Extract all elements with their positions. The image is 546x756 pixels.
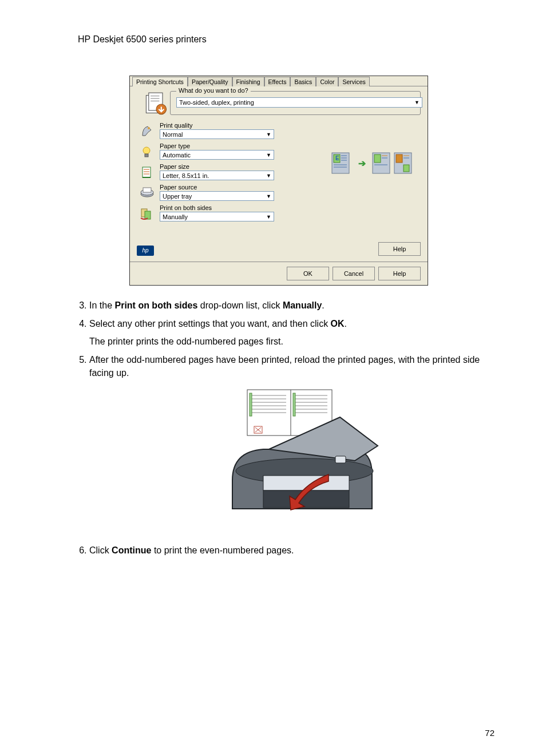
chevron-down-icon: ▼ — [414, 100, 420, 105]
step-4-note: The printer prints the odd-numbered page… — [89, 335, 494, 348]
cancel-button[interactable]: Cancel — [333, 267, 375, 280]
svg-rect-32 — [145, 211, 151, 219]
instruction-list: In the Print on both sides drop-down lis… — [78, 299, 494, 557]
tab-services[interactable]: Services — [338, 77, 369, 86]
svg-rect-53 — [335, 456, 346, 463]
text: . — [322, 300, 324, 310]
text-bold: Continue — [112, 545, 151, 555]
text: to print the even-numbered pages. — [151, 545, 294, 555]
both-sides-label: Print on both sides — [160, 204, 280, 211]
chevron-down-icon: ▼ — [266, 173, 271, 179]
svg-rect-23 — [403, 165, 409, 172]
svg-rect-20 — [396, 155, 402, 163]
svg-rect-48 — [293, 393, 295, 416]
text: After the odd-numbered pages have been p… — [89, 355, 480, 377]
arrow-right-icon: ➔ — [358, 158, 366, 169]
tab-finishing[interactable]: Finishing — [232, 77, 264, 86]
paper-type-label: Paper type — [160, 143, 280, 149]
both-sides-value: Manually — [163, 213, 188, 220]
tab-basics[interactable]: Basics — [290, 77, 316, 86]
paper-source-value: Upper tray — [163, 193, 192, 200]
svg-rect-27 — [143, 167, 151, 177]
task-select[interactable]: Two-sided, duplex, printing ▼ — [176, 97, 422, 108]
tab-effects[interactable]: Effects — [264, 77, 291, 86]
step-3: In the Print on both sides drop-down lis… — [89, 299, 494, 312]
chevron-down-icon: ▼ — [266, 193, 271, 199]
quality-icon — [140, 124, 155, 139]
text-bold: OK — [331, 319, 345, 328]
reload-paper-illustration — [89, 389, 494, 535]
text: Select any other print settings that you… — [89, 319, 331, 328]
print-dialog: Printing Shortcuts Paper/Quality Finishi… — [129, 76, 428, 286]
chevron-down-icon: ▼ — [266, 132, 271, 137]
svg-rect-26 — [145, 154, 148, 157]
paper-size-select[interactable]: Letter, 8.5x11 in.▼ — [160, 171, 274, 180]
page-header: HP Deskjet 6500 series printers — [78, 34, 494, 45]
pages-icon — [143, 92, 169, 117]
svg-text:E: E — [335, 155, 339, 161]
print-quality-value: Normal — [163, 131, 183, 138]
chevron-down-icon: ▼ — [266, 214, 271, 220]
text: Click — [89, 545, 112, 555]
duplex-icon — [140, 207, 155, 221]
hp-logo-icon[interactable]: hp — [137, 246, 154, 256]
paper-source-select[interactable]: Upper tray▼ — [160, 191, 274, 201]
task-select-value: Two-sided, duplex, printing — [179, 99, 254, 106]
ok-button[interactable]: OK — [287, 267, 329, 280]
svg-rect-47 — [250, 393, 252, 416]
step-4: Select any other print settings that you… — [89, 318, 494, 348]
paper-size-value: Letter, 8.5x11 in. — [163, 172, 209, 179]
svg-rect-15 — [374, 155, 381, 163]
tab-paper-quality[interactable]: Paper/Quality — [188, 77, 232, 86]
both-sides-select[interactable]: Manually▼ — [160, 212, 274, 221]
print-quality-label: Print quality — [160, 122, 280, 129]
duplex-preview: E ➔ — [330, 151, 414, 176]
step-6: Click Continue to print the even-numbere… — [89, 544, 494, 557]
paper-type-select[interactable]: Automatic▼ — [160, 150, 274, 160]
tab-printing-shortcuts[interactable]: Printing Shortcuts — [132, 77, 188, 86]
text-bold: Manually — [283, 300, 322, 310]
tray-icon — [140, 186, 155, 201]
lightbulb-icon — [140, 145, 155, 160]
tab-strip: Printing Shortcuts Paper/Quality Finishi… — [130, 76, 428, 86]
help-button-inner[interactable]: Help — [378, 242, 421, 256]
svg-point-24 — [148, 127, 150, 129]
page-number: 72 — [485, 728, 494, 738]
svg-point-25 — [143, 147, 150, 154]
chevron-down-icon: ▼ — [266, 152, 271, 158]
paper-type-value: Automatic — [163, 152, 191, 159]
help-button[interactable]: Help — [378, 267, 421, 280]
paper-source-label: Paper source — [160, 184, 280, 191]
tab-color[interactable]: Color — [316, 77, 338, 86]
text: . — [345, 319, 347, 328]
svg-rect-30 — [143, 188, 151, 192]
single-page-icon: E — [330, 151, 353, 176]
text: drop-down list, click — [197, 300, 283, 310]
text: In the — [89, 300, 114, 310]
fieldset-legend: What do you want to do? — [176, 87, 251, 94]
duplex-pages-icon — [371, 151, 414, 176]
print-quality-select[interactable]: Normal▼ — [160, 129, 274, 139]
step-5: After the odd-numbered pages have been p… — [89, 354, 494, 535]
paper-size-label: Paper size — [160, 163, 280, 170]
paper-size-icon — [140, 165, 155, 180]
text-bold: Print on both sides — [114, 300, 197, 310]
